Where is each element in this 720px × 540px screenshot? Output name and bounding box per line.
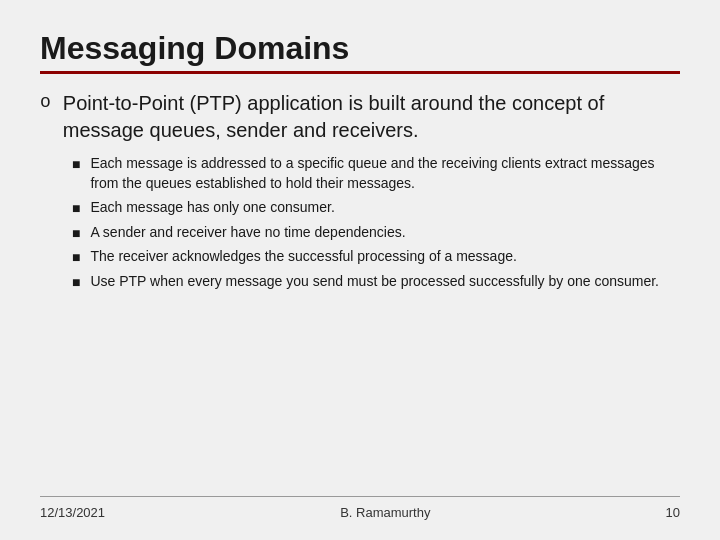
- sub-bullet-4: ■ Use PTP when every message you send mu…: [72, 272, 680, 292]
- main-bullet-text: Point-to-Point (PTP) application is buil…: [63, 90, 680, 144]
- sub-bullet-text-0: Each message is addressed to a specific …: [90, 154, 680, 193]
- sub-bullet-icon-4: ■: [72, 275, 80, 291]
- main-bullet-icon: o: [40, 92, 51, 112]
- sub-bullet-text-2: A sender and receiver have no time depen…: [90, 223, 405, 243]
- slide-title: Messaging Domains: [40, 30, 680, 67]
- sub-bullet-icon-1: ■: [72, 201, 80, 217]
- sub-bullet-icon-0: ■: [72, 157, 80, 173]
- sub-bullet-text-1: Each message has only one consumer.: [90, 198, 334, 218]
- main-bullet: o Point-to-Point (PTP) application is bu…: [40, 90, 680, 144]
- title-underline: [40, 71, 680, 74]
- slide-content: o Point-to-Point (PTP) application is bu…: [40, 90, 680, 496]
- sub-bullet-2: ■ A sender and receiver have no time dep…: [72, 223, 680, 243]
- sub-bullet-1: ■ Each message has only one consumer.: [72, 198, 680, 218]
- footer-author: B. Ramamurthy: [340, 505, 430, 520]
- sub-bullet-icon-2: ■: [72, 226, 80, 242]
- sub-bullet-text-4: Use PTP when every message you send must…: [90, 272, 659, 292]
- slide: Messaging Domains o Point-to-Point (PTP)…: [0, 0, 720, 540]
- sub-bullet-text-3: The receiver acknowledges the successful…: [90, 247, 516, 267]
- footer-page: 10: [666, 505, 680, 520]
- footer-date: 12/13/2021: [40, 505, 105, 520]
- sub-bullet-icon-3: ■: [72, 250, 80, 266]
- slide-footer: 12/13/2021 B. Ramamurthy 10: [40, 496, 680, 520]
- sub-bullet-0: ■ Each message is addressed to a specifi…: [72, 154, 680, 193]
- sub-bullet-3: ■ The receiver acknowledges the successf…: [72, 247, 680, 267]
- sub-bullets-list: ■ Each message is addressed to a specifi…: [72, 154, 680, 292]
